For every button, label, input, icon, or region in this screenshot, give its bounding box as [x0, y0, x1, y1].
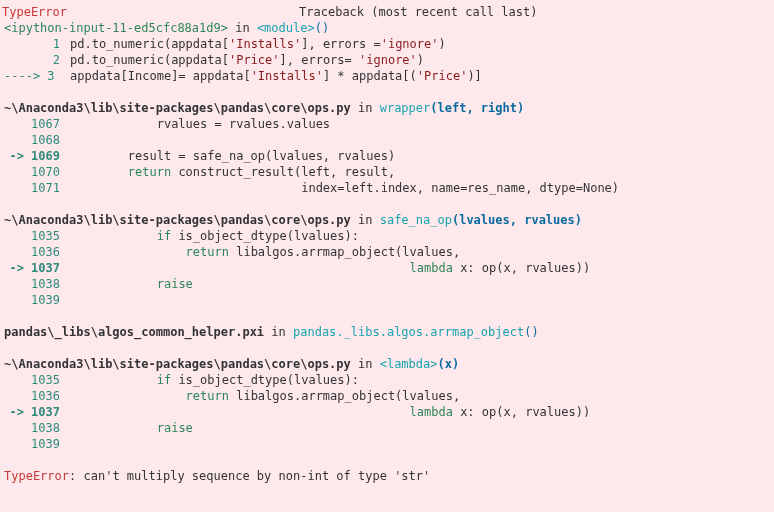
frame-4-location: ~\Anaconda3\lib\site-packages\pandas\cor… — [2, 356, 772, 372]
code-line: 1036 return libalgos.arrmap_object(lvalu… — [2, 244, 772, 260]
code-line: 1 pd.to_numeric(appdata['Installs'], err… — [2, 36, 772, 52]
code-line: 1035 if is_object_dtype(lvalues): — [2, 372, 772, 388]
code-line-current: -> 1037 lambda x: op(x, rvalues)) — [2, 404, 772, 420]
frame-1-location: ~\Anaconda3\lib\site-packages\pandas\cor… — [2, 100, 772, 116]
code-line: 1038 raise — [2, 420, 772, 436]
code-line: 1071 index=left.index, name=res_name, dt… — [2, 180, 772, 196]
code-line-current: ----> 3 appdata[Income]= appdata['Instal… — [2, 68, 772, 84]
error-message: : can't multiply sequence by non-int of … — [69, 469, 430, 483]
code-line-current: -> 1037 lambda x: op(x, rvalues)) — [2, 260, 772, 276]
code-line-current: -> 1069 result = safe_na_op(lvalues, rva… — [2, 148, 772, 164]
frame-2-location: ~\Anaconda3\lib\site-packages\pandas\cor… — [2, 212, 772, 228]
code-line: 1035 if is_object_dtype(lvalues): — [2, 228, 772, 244]
frame-0-location: <ipython-input-11-ed5cfc88a1d9> in <modu… — [2, 20, 772, 36]
code-line: 1039 — [2, 292, 772, 308]
error-type: TypeError — [4, 469, 69, 483]
traceback-label: Traceback (most recent call last) — [67, 4, 772, 20]
traceback-header: TypeError Traceback (most recent call la… — [2, 4, 772, 20]
code-line: 2 pd.to_numeric(appdata['Price'], errors… — [2, 52, 772, 68]
traceback-block: TypeError Traceback (most recent call la… — [2, 4, 772, 484]
code-line: 1038 raise — [2, 276, 772, 292]
error-type: TypeError — [2, 4, 67, 20]
frame-3-location: pandas\_libs\algos_common_helper.pxi in … — [2, 324, 772, 340]
code-line: 1068 — [2, 132, 772, 148]
code-line: 1070 return construct_result(left, resul… — [2, 164, 772, 180]
code-line: 1067 rvalues = rvalues.values — [2, 116, 772, 132]
code-line: 1036 return libalgos.arrmap_object(lvalu… — [2, 388, 772, 404]
code-line: 1039 — [2, 436, 772, 452]
final-error: TypeError: can't multiply sequence by no… — [2, 468, 772, 484]
